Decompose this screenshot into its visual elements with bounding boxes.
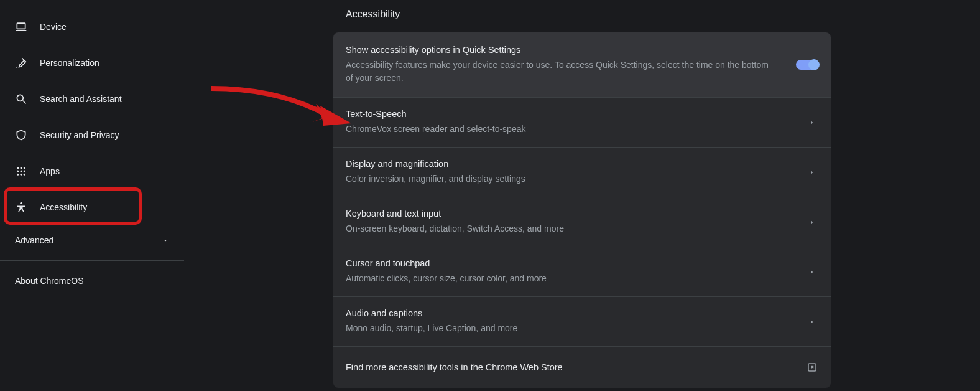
svg-point-5 — [21, 167, 22, 169]
row-title: Audio and captions — [346, 308, 781, 318]
toggle-knob — [808, 59, 820, 70]
svg-point-11 — [21, 174, 22, 176]
svg-point-12 — [24, 174, 25, 176]
svg-point-7 — [17, 171, 19, 172]
toggle-switch[interactable] — [796, 60, 818, 70]
sidebar-item-label: Search and Assistant — [40, 94, 122, 104]
svg-point-6 — [24, 167, 25, 169]
row-title: Keyboard and text input — [346, 209, 781, 219]
svg-point-2 — [17, 95, 23, 101]
main-content: Accessibility Show accessibility options… — [184, 0, 980, 391]
row-title: Display and magnification — [346, 159, 781, 169]
row-subtitle: Automatic clicks, cursor size, cursor co… — [346, 272, 781, 285]
sidebar-item-security-privacy[interactable]: Security and Privacy — [0, 120, 184, 150]
shield-icon — [15, 129, 27, 141]
sidebar-about-chromeos[interactable]: About ChromeOS — [0, 266, 184, 296]
row-subtitle: ChromeVox screen reader and select-to-sp… — [346, 123, 781, 136]
external-link-icon — [806, 361, 818, 374]
sidebar-about-label: About ChromeOS — [15, 276, 84, 286]
accessibility-icon — [15, 201, 27, 214]
svg-point-4 — [17, 167, 19, 169]
row-keyboard-text-input[interactable]: Keyboard and text input On-screen keyboa… — [333, 197, 831, 247]
row-subtitle: Mono audio, startup, Live Caption, and m… — [346, 322, 781, 335]
search-icon — [15, 93, 27, 105]
sidebar-item-label: Personalization — [40, 58, 99, 68]
svg-point-13 — [20, 202, 22, 204]
chevron-right-icon — [806, 266, 818, 278]
brush-icon — [15, 57, 27, 69]
sidebar-separator — [0, 260, 184, 261]
sidebar-item-personalization[interactable]: Personalization — [0, 48, 184, 78]
row-subtitle: On-screen keyboard, dictation, Switch Ac… — [346, 222, 781, 235]
sidebar-item-label: Security and Privacy — [40, 130, 119, 140]
laptop-icon — [15, 21, 27, 33]
sidebar-item-device[interactable]: Device — [0, 12, 184, 42]
row-display-magnification[interactable]: Display and magnification Color inversio… — [333, 148, 831, 197]
row-title: Text-to-Speech — [346, 109, 781, 119]
row-webstore-link[interactable]: Find more accessibility tools in the Chr… — [333, 347, 831, 388]
sidebar-item-accessibility[interactable]: Accessibility — [0, 192, 184, 222]
chevron-down-icon — [162, 237, 169, 244]
svg-rect-0 — [17, 23, 25, 29]
row-quick-settings-toggle[interactable]: Show accessibility options in Quick Sett… — [333, 32, 831, 98]
svg-point-9 — [24, 171, 25, 172]
page-title: Accessibility — [333, 9, 831, 20]
chevron-right-icon — [806, 216, 818, 228]
row-title: Cursor and touchpad — [346, 258, 781, 268]
svg-point-8 — [21, 171, 22, 172]
sidebar-item-label: Device — [40, 22, 67, 32]
row-title: Find more accessibility tools in the Chr… — [346, 362, 781, 372]
apps-grid-icon — [15, 165, 27, 177]
svg-line-3 — [23, 101, 26, 104]
row-title: Show accessibility options in Quick Sett… — [346, 45, 771, 55]
sidebar-advanced-label: Advanced — [15, 235, 53, 245]
chevron-right-icon — [806, 116, 818, 129]
row-text-to-speech[interactable]: Text-to-Speech ChromeVox screen reader a… — [333, 98, 831, 148]
sidebar-advanced-toggle[interactable]: Advanced — [0, 225, 184, 255]
sidebar-item-label: Apps — [40, 166, 60, 176]
row-audio-captions[interactable]: Audio and captions Mono audio, startup, … — [333, 297, 831, 347]
svg-point-10 — [17, 174, 19, 176]
settings-card: Show accessibility options in Quick Sett… — [333, 32, 831, 388]
chevron-right-icon — [806, 166, 818, 179]
sidebar-item-apps[interactable]: Apps — [0, 156, 184, 186]
row-subtitle: Accessibility features make your device … — [346, 59, 771, 85]
row-cursor-touchpad[interactable]: Cursor and touchpad Automatic clicks, cu… — [333, 247, 831, 297]
sidebar: Device Personalization Search and Assist… — [0, 0, 184, 391]
row-subtitle: Color inversion, magnifier, and display … — [346, 172, 781, 186]
chevron-right-icon — [806, 316, 818, 328]
sidebar-item-label: Accessibility — [40, 202, 87, 212]
sidebar-item-search-assistant[interactable]: Search and Assistant — [0, 84, 184, 114]
